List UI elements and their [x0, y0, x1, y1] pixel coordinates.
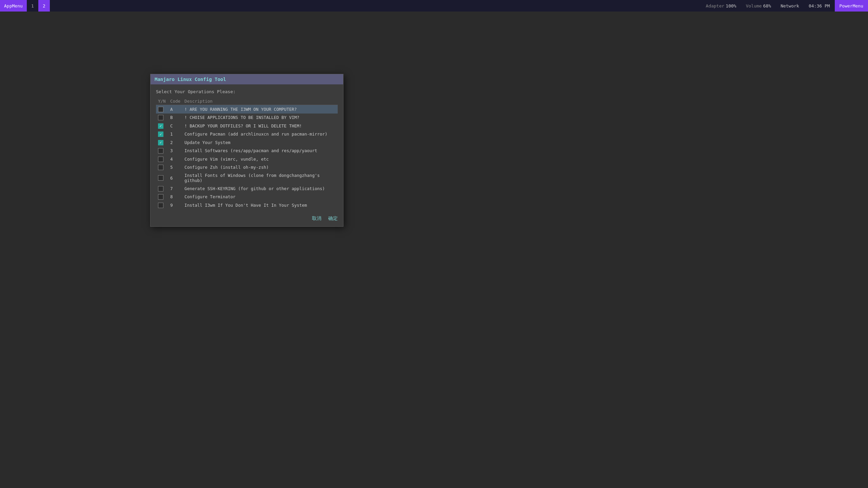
dialog-subtitle: Select Your Operations Please:	[156, 89, 338, 94]
row-description: Install Softwares (res/app/pacman and re…	[182, 147, 338, 155]
table-row[interactable]: 2Update Your System	[156, 138, 338, 147]
dialog-body: Select Your Operations Please: Y/N Code …	[151, 84, 343, 226]
row-checkbox[interactable]	[158, 175, 163, 181]
row-checkbox[interactable]	[158, 203, 163, 208]
table-row[interactable]: 3Install Softwares (res/app/pacman and r…	[156, 147, 338, 155]
table-body: A! ARE YOU RANNING THE I3WM ON YOUR COMP…	[156, 105, 338, 209]
dialog-footer: 取消 确定	[312, 216, 338, 222]
row-code: 6	[168, 171, 182, 184]
row-code: 9	[168, 201, 182, 209]
row-checkbox[interactable]	[158, 107, 163, 112]
row-code: 7	[168, 184, 182, 193]
row-description: Configure Zsh (install oh-my-zsh)	[182, 163, 338, 172]
row-description: Install Fonts of Windows (clone from don…	[182, 171, 338, 184]
table-row[interactable]: 8Configure Terminator	[156, 193, 338, 201]
dialog-titlebar: Manjaro Linux Config Tool	[151, 74, 343, 84]
row-checkbox[interactable]	[158, 157, 163, 162]
row-code: 5	[168, 163, 182, 172]
row-checkbox[interactable]	[158, 131, 163, 137]
row-checkbox[interactable]	[158, 115, 163, 120]
row-checkbox[interactable]	[158, 148, 163, 154]
row-code: B	[168, 114, 182, 122]
topbar-right: Adapter100% Volume68% Network 04:36 PM P…	[701, 0, 868, 12]
volume-status: Volume68%	[741, 0, 776, 12]
row-checkbox[interactable]	[158, 186, 163, 191]
row-description: Update Your System	[182, 138, 338, 147]
row-code: 4	[168, 155, 182, 163]
col-header-code: Code	[168, 98, 182, 105]
power-menu-button[interactable]: PowerMenu	[835, 0, 868, 12]
row-checkbox[interactable]	[158, 123, 163, 129]
row-code: A	[168, 105, 182, 114]
row-code: 2	[168, 138, 182, 147]
row-description: Generate SSH-KEYRING (for github or othe…	[182, 184, 338, 193]
topbar: AppMenu 1 2 Adapter100% Volume68% Networ…	[0, 0, 868, 12]
row-description: Configure Pacman (add archlinuxcn and ru…	[182, 130, 338, 139]
row-code: 3	[168, 147, 182, 155]
row-checkbox[interactable]	[158, 140, 163, 145]
clock: 04:36 PM	[804, 0, 835, 12]
row-description: Install I3wm If You Don't Have It In You…	[182, 201, 338, 209]
dialog-title: Manjaro Linux Config Tool	[155, 77, 226, 82]
row-checkbox[interactable]	[158, 194, 163, 200]
row-checkbox[interactable]	[158, 165, 163, 170]
appmenu-button[interactable]: AppMenu	[0, 0, 27, 12]
table-row[interactable]: 5Configure Zsh (install oh-my-zsh)	[156, 163, 338, 172]
table-row[interactable]: 1Configure Pacman (add archlinuxcn and r…	[156, 130, 338, 139]
row-description: Configure Terminator	[182, 193, 338, 201]
table-row[interactable]: B! CHOISE APPLICATIONS TO BE INSTALLED B…	[156, 114, 338, 122]
table-header-row: Y/N Code Description	[156, 98, 338, 105]
row-code: C	[168, 122, 182, 130]
config-dialog: Manjaro Linux Config Tool Select Your Op…	[150, 74, 343, 227]
row-code: 8	[168, 193, 182, 201]
col-header-yn: Y/N	[156, 98, 168, 105]
table-row[interactable]: 9Install I3wm If You Don't Have It In Yo…	[156, 201, 338, 209]
cancel-button[interactable]: 取消	[312, 216, 321, 222]
network-status: Network	[776, 0, 804, 12]
confirm-button[interactable]: 确定	[328, 216, 338, 222]
table-row[interactable]: 7Generate SSH-KEYRING (for github or oth…	[156, 184, 338, 193]
workspace-2[interactable]: 2	[38, 0, 50, 12]
col-header-description: Description	[182, 98, 338, 105]
table-row[interactable]: A! ARE YOU RANNING THE I3WM ON YOUR COMP…	[156, 105, 338, 114]
row-description: Configure Vim (vimrc, vundle, etc	[182, 155, 338, 163]
row-description: ! ARE YOU RANNING THE I3WM ON YOUR COMPU…	[182, 105, 338, 114]
operations-table: Y/N Code Description A! ARE YOU RANNING …	[156, 98, 338, 209]
table-row[interactable]: C! BACKUP YOUR DOTFILES? OR I WILL DELET…	[156, 122, 338, 130]
row-code: 1	[168, 130, 182, 139]
topbar-left: AppMenu 1 2	[0, 0, 50, 12]
row-description: ! BACKUP YOUR DOTFILES? OR I WILL DELETE…	[182, 122, 338, 130]
table-row[interactable]: 4Configure Vim (vimrc, vundle, etc	[156, 155, 338, 163]
row-description: ! CHOISE APPLICATIONS TO BE INSTALLED BY…	[182, 114, 338, 122]
table-row[interactable]: 6Install Fonts of Windows (clone from do…	[156, 171, 338, 184]
workspace-1[interactable]: 1	[27, 0, 38, 12]
adapter-status: Adapter100%	[701, 0, 741, 12]
